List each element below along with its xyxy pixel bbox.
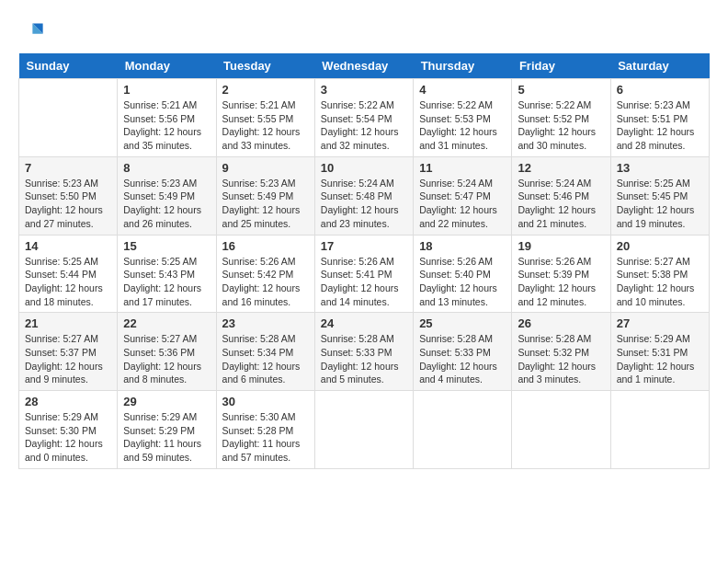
day-info: Sunrise: 5:22 AM Sunset: 5:54 PM Dayligh… [321,98,407,153]
day-info: Sunrise: 5:26 AM Sunset: 5:41 PM Dayligh… [321,255,407,309]
day-info: Sunrise: 5:28 AM Sunset: 5:32 PM Dayligh… [518,332,604,386]
day-number: 4 [419,83,506,97]
day-cell [512,391,610,469]
day-cell: 5Sunrise: 5:22 AM Sunset: 5:52 PM Daylig… [512,79,610,157]
week-row-1: 1Sunrise: 5:21 AM Sunset: 5:56 PM Daylig… [19,79,710,157]
day-number: 22 [123,316,210,330]
day-number: 3 [321,83,407,97]
day-number: 1 [123,83,210,97]
day-info: Sunrise: 5:24 AM Sunset: 5:46 PM Dayligh… [518,177,604,231]
day-number: 5 [518,83,604,97]
day-number: 26 [518,316,604,330]
day-cell [19,79,118,157]
header-cell-friday: Friday [512,53,610,79]
day-info: Sunrise: 5:22 AM Sunset: 5:53 PM Dayligh… [419,98,506,153]
header-cell-saturday: Saturday [610,53,709,79]
page-header [18,18,710,44]
logo-icon [18,18,44,44]
day-info: Sunrise: 5:24 AM Sunset: 5:47 PM Dayligh… [419,177,506,231]
day-number: 13 [617,161,703,175]
day-info: Sunrise: 5:27 AM Sunset: 5:38 PM Dayligh… [617,255,703,309]
day-cell: 9Sunrise: 5:23 AM Sunset: 5:49 PM Daylig… [216,156,314,235]
day-number: 16 [222,239,309,253]
day-info: Sunrise: 5:25 AM Sunset: 5:43 PM Dayligh… [123,255,210,309]
header-cell-sunday: Sunday [19,53,118,79]
day-cell: 18Sunrise: 5:26 AM Sunset: 5:40 PM Dayli… [414,235,512,313]
header-cell-tuesday: Tuesday [216,53,314,79]
day-info: Sunrise: 5:23 AM Sunset: 5:49 PM Dayligh… [222,177,309,231]
day-info: Sunrise: 5:28 AM Sunset: 5:33 PM Dayligh… [419,332,506,386]
day-info: Sunrise: 5:23 AM Sunset: 5:50 PM Dayligh… [25,177,111,231]
day-cell: 21Sunrise: 5:27 AM Sunset: 5:37 PM Dayli… [19,313,118,391]
day-number: 24 [321,316,407,330]
day-number: 19 [518,239,604,253]
day-number: 28 [25,395,111,408]
header-row: SundayMondayTuesdayWednesdayThursdayFrid… [19,53,710,79]
day-cell: 7Sunrise: 5:23 AM Sunset: 5:50 PM Daylig… [19,156,118,235]
day-cell [314,391,413,469]
day-info: Sunrise: 5:28 AM Sunset: 5:33 PM Dayligh… [321,332,407,386]
day-number: 18 [419,239,506,253]
week-row-2: 7Sunrise: 5:23 AM Sunset: 5:50 PM Daylig… [19,156,710,235]
day-number: 11 [419,161,506,175]
day-cell: 22Sunrise: 5:27 AM Sunset: 5:36 PM Dayli… [118,313,216,391]
day-cell: 23Sunrise: 5:28 AM Sunset: 5:34 PM Dayli… [216,313,314,391]
day-cell: 27Sunrise: 5:29 AM Sunset: 5:31 PM Dayli… [610,313,709,391]
calendar-body: 1Sunrise: 5:21 AM Sunset: 5:56 PM Daylig… [19,79,710,469]
day-info: Sunrise: 5:22 AM Sunset: 5:52 PM Dayligh… [518,98,604,153]
day-cell [414,391,512,469]
day-info: Sunrise: 5:26 AM Sunset: 5:40 PM Dayligh… [419,255,506,309]
day-cell: 2Sunrise: 5:21 AM Sunset: 5:55 PM Daylig… [216,79,314,157]
day-info: Sunrise: 5:25 AM Sunset: 5:44 PM Dayligh… [25,255,111,309]
day-number: 29 [123,395,210,408]
day-info: Sunrise: 5:24 AM Sunset: 5:48 PM Dayligh… [321,177,407,231]
day-cell: 20Sunrise: 5:27 AM Sunset: 5:38 PM Dayli… [610,235,709,313]
day-number: 9 [222,161,309,175]
day-number: 25 [419,316,506,330]
day-number: 21 [25,316,111,330]
day-cell: 13Sunrise: 5:25 AM Sunset: 5:45 PM Dayli… [610,156,709,235]
logo [18,18,48,44]
calendar-header: SundayMondayTuesdayWednesdayThursdayFrid… [19,53,710,79]
header-cell-monday: Monday [118,53,216,79]
day-cell: 30Sunrise: 5:30 AM Sunset: 5:28 PM Dayli… [216,391,314,469]
day-cell: 1Sunrise: 5:21 AM Sunset: 5:56 PM Daylig… [118,79,216,157]
day-number: 2 [222,83,309,97]
day-info: Sunrise: 5:29 AM Sunset: 5:31 PM Dayligh… [617,332,703,386]
day-cell [610,391,709,469]
day-info: Sunrise: 5:25 AM Sunset: 5:45 PM Dayligh… [617,177,703,231]
day-number: 17 [321,239,407,253]
day-info: Sunrise: 5:27 AM Sunset: 5:36 PM Dayligh… [123,332,210,386]
day-info: Sunrise: 5:29 AM Sunset: 5:30 PM Dayligh… [25,410,111,465]
day-number: 10 [321,161,407,175]
day-number: 12 [518,161,604,175]
day-cell: 8Sunrise: 5:23 AM Sunset: 5:49 PM Daylig… [118,156,216,235]
day-cell: 12Sunrise: 5:24 AM Sunset: 5:46 PM Dayli… [512,156,610,235]
day-number: 15 [123,239,210,253]
day-info: Sunrise: 5:29 AM Sunset: 5:29 PM Dayligh… [123,410,210,465]
day-number: 14 [25,239,111,253]
day-cell: 15Sunrise: 5:25 AM Sunset: 5:43 PM Dayli… [118,235,216,313]
day-cell: 19Sunrise: 5:26 AM Sunset: 5:39 PM Dayli… [512,235,610,313]
day-cell: 24Sunrise: 5:28 AM Sunset: 5:33 PM Dayli… [314,313,413,391]
day-cell: 16Sunrise: 5:26 AM Sunset: 5:42 PM Dayli… [216,235,314,313]
day-info: Sunrise: 5:21 AM Sunset: 5:55 PM Dayligh… [222,98,309,153]
day-cell: 28Sunrise: 5:29 AM Sunset: 5:30 PM Dayli… [19,391,118,469]
day-info: Sunrise: 5:23 AM Sunset: 5:49 PM Dayligh… [123,177,210,231]
day-cell: 6Sunrise: 5:23 AM Sunset: 5:51 PM Daylig… [610,79,709,157]
day-cell: 29Sunrise: 5:29 AM Sunset: 5:29 PM Dayli… [118,391,216,469]
day-number: 6 [617,83,703,97]
day-cell: 3Sunrise: 5:22 AM Sunset: 5:54 PM Daylig… [314,79,413,157]
day-number: 23 [222,316,309,330]
week-row-5: 28Sunrise: 5:29 AM Sunset: 5:30 PM Dayli… [19,391,710,469]
week-row-4: 21Sunrise: 5:27 AM Sunset: 5:37 PM Dayli… [19,313,710,391]
calendar-table: SundayMondayTuesdayWednesdayThursdayFrid… [18,53,710,469]
day-cell: 14Sunrise: 5:25 AM Sunset: 5:44 PM Dayli… [19,235,118,313]
day-cell: 26Sunrise: 5:28 AM Sunset: 5:32 PM Dayli… [512,313,610,391]
day-number: 27 [617,316,703,330]
day-cell: 10Sunrise: 5:24 AM Sunset: 5:48 PM Dayli… [314,156,413,235]
header-cell-wednesday: Wednesday [314,53,413,79]
header-cell-thursday: Thursday [414,53,512,79]
day-cell: 4Sunrise: 5:22 AM Sunset: 5:53 PM Daylig… [414,79,512,157]
day-number: 20 [617,239,703,253]
